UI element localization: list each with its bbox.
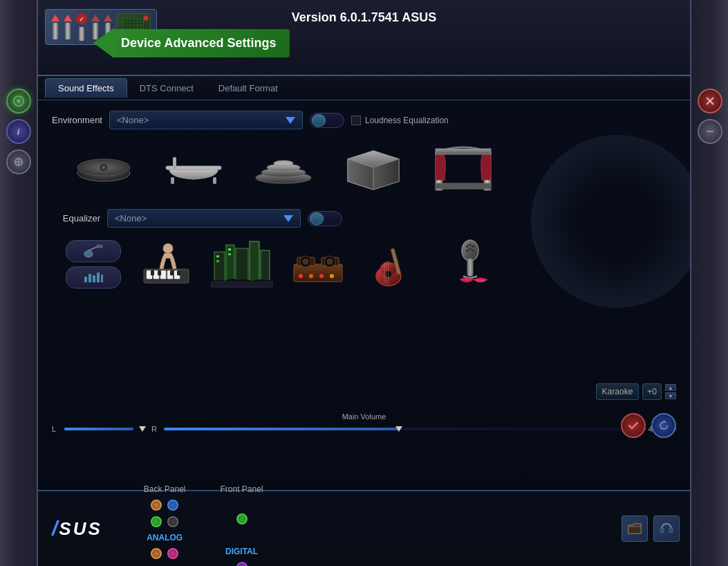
equalizer-toggle[interactable] [308, 211, 342, 226]
svg-rect-50 [250, 241, 259, 283]
vol-right-track[interactable] [164, 428, 636, 430]
city-concert-svg [211, 238, 273, 290]
environment-value: <None> [117, 115, 149, 125]
svg-rect-13 [171, 177, 174, 184]
digital-ports [236, 562, 248, 566]
front-port-green[interactable] [236, 513, 248, 524]
svg-rect-45 [170, 271, 174, 275]
svg-rect-27 [436, 149, 491, 154]
env-icon-box[interactable] [335, 140, 411, 195]
environment-icons-row [66, 140, 676, 195]
svg-rect-54 [228, 248, 231, 250]
arrow-up-icon-4 [104, 15, 112, 21]
karaoke-mic-svg [442, 238, 498, 290]
svg-point-36 [163, 244, 173, 253]
scene-dj-booth[interactable] [287, 238, 349, 290]
svg-rect-49 [236, 248, 248, 283]
svg-rect-85 [660, 528, 664, 533]
loudness-checkbox[interactable] [351, 116, 361, 125]
scene-keyboard-player[interactable] [135, 238, 197, 290]
back-port-dark[interactable] [167, 516, 178, 527]
svg-rect-31 [84, 277, 87, 282]
svg-rect-86 [669, 528, 673, 533]
digital-port[interactable] [236, 562, 248, 566]
vol-right-label: R [151, 425, 158, 433]
eq-dropdown-arrow-icon [283, 215, 293, 222]
tab-default-format[interactable]: Default Format [206, 79, 290, 98]
svg-rect-76 [467, 259, 473, 276]
volume-label: Main Volume [52, 412, 676, 421]
checkmark-icon: ✓ [76, 13, 87, 24]
svg-rect-57 [294, 264, 342, 282]
scene-guitar-player[interactable] [363, 238, 425, 290]
svg-rect-48 [226, 245, 234, 283]
left-rail-btn-1[interactable] [6, 89, 31, 113]
karaoke-spin-down[interactable]: ▼ [665, 392, 676, 399]
bottom-icon-2[interactable] [653, 515, 680, 542]
vol-right-thumb [395, 426, 402, 432]
right-rail [690, 0, 728, 566]
back-panel-group: Back Panel ANALOG [144, 484, 186, 566]
action-buttons [621, 413, 676, 438]
volume-section: Main Volume L R + 4.0 🔊 [52, 412, 676, 435]
front-panel-label: Front Panel [221, 484, 263, 494]
dropdown-arrow-icon [286, 117, 295, 124]
svg-rect-47 [214, 252, 225, 283]
right-rail-btn-2[interactable] [698, 119, 722, 144]
vol-left-fill [64, 428, 133, 430]
front-panel-group: Front Panel DIGITAL [221, 484, 263, 566]
svg-point-61 [303, 259, 308, 264]
left-rail-btn-3[interactable] [6, 149, 31, 174]
circuit-dot [143, 15, 149, 21]
svg-point-65 [309, 274, 313, 278]
dj-booth-svg [287, 238, 349, 290]
svg-rect-14 [213, 177, 216, 184]
tab-dts-connect[interactable]: DTS Connect [127, 79, 206, 98]
scene-karaoke-mic[interactable] [439, 238, 501, 290]
environment-toggle[interactable] [310, 113, 344, 128]
back-port-pink[interactable] [167, 548, 178, 559]
env-icon-platform[interactable] [245, 140, 321, 195]
svg-point-77 [466, 245, 469, 248]
eq-guitar-btn[interactable] [66, 240, 121, 262]
front-panel-ports [236, 513, 248, 524]
connector-icon-1 [51, 15, 59, 39]
svg-point-78 [469, 244, 472, 246]
cancel-button[interactable] [651, 413, 676, 438]
tab-sound-effects[interactable]: Sound Effects [45, 78, 127, 98]
environment-dropdown[interactable]: <None> [109, 111, 303, 129]
svg-rect-53 [216, 260, 219, 262]
plug-body-2 [65, 23, 71, 39]
confirm-button[interactable] [621, 413, 646, 438]
vol-right-fill [164, 428, 400, 430]
svg-point-67 [330, 274, 334, 278]
svg-rect-33 [93, 275, 95, 282]
das-arrow [93, 28, 114, 58]
svg-point-19 [274, 161, 293, 166]
back-port-orange2[interactable] [151, 548, 162, 559]
guitar-player-svg [366, 238, 422, 290]
bottom-icon-1[interactable] [622, 515, 648, 542]
svg-rect-43 [151, 271, 154, 275]
svg-point-81 [469, 248, 472, 250]
scene-city-concert[interactable] [211, 238, 273, 290]
karaoke-spin-up[interactable]: ▲ [665, 384, 676, 391]
env-icon-stage[interactable] [425, 140, 501, 195]
svg-rect-55 [228, 253, 231, 255]
back-port-green[interactable] [151, 516, 162, 527]
right-rail-btn-1[interactable] [698, 89, 722, 113]
env-icon-disc[interactable] [66, 140, 142, 195]
env-icon-bathtub[interactable] [156, 140, 232, 195]
arrow-up-icon-2 [64, 15, 72, 21]
left-rail: i [0, 0, 38, 566]
back-port-orange[interactable] [151, 500, 162, 511]
bathtub-svg [162, 147, 225, 188]
back-port-blue[interactable] [167, 500, 178, 511]
equalizer-dropdown[interactable]: <None> [107, 209, 301, 228]
eq-bars-btn[interactable] [66, 266, 121, 289]
left-rail-btn-2[interactable]: i [6, 119, 31, 144]
headphones-icon [659, 521, 674, 536]
svg-rect-32 [88, 274, 91, 282]
plug-body [53, 23, 58, 39]
guitar-small-icon [83, 244, 104, 258]
